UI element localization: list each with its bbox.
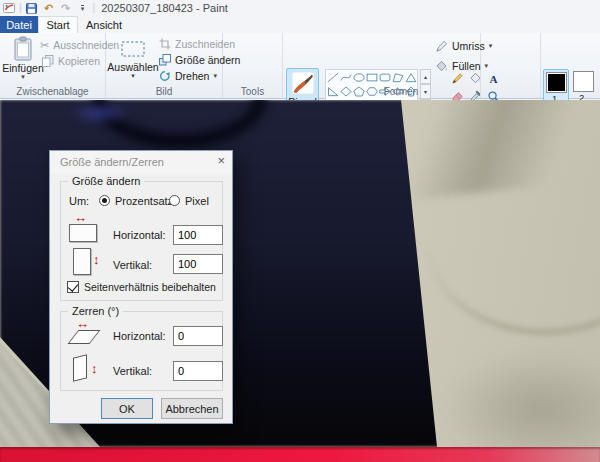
shape-curve[interactable] — [339, 70, 352, 84]
quick-access-toolbar: | ↶ ↷ ▾ | 20250307_180423 - Paint — [0, 0, 600, 16]
rotate-icon — [159, 70, 171, 82]
paint-logo-icon — [2, 2, 16, 15]
chevron-down-icon: ▾ — [21, 74, 25, 80]
fill-bucket-icon — [435, 60, 448, 73]
paint-window: | ↶ ↷ ▾ | 20250307_180423 - Paint Datei … — [0, 0, 600, 462]
fill-label: Füllen — [452, 60, 481, 72]
photo-shadow-blob — [440, 350, 600, 462]
clipboard-icon — [13, 36, 33, 62]
skew-vertical-label: Vertikal: — [113, 365, 152, 377]
group-strichstaerke: Strichstärke ▾ — [481, 33, 541, 98]
group-caption-zwischenablage: Zwischenablage — [0, 86, 105, 97]
copy-button[interactable]: Kopieren — [42, 54, 100, 68]
scissors-icon: ✂ — [40, 39, 49, 52]
window-title: 20250307_180423 - Paint — [101, 2, 228, 14]
save-button[interactable] — [25, 2, 39, 15]
photo-red-strip — [0, 447, 600, 462]
rotate-label: Drehen — [175, 70, 209, 82]
resize-skew-dialog: Größe ändern/Zerren × Größe ändern Um: P… — [49, 150, 233, 424]
redo-button[interactable]: ↷ — [59, 2, 73, 15]
close-icon[interactable]: × — [217, 154, 225, 168]
undo-button[interactable]: ↶ — [42, 2, 56, 15]
keep-ratio-label: Seitenverhältnis beibehalten — [84, 281, 216, 293]
resize-horizontal-input[interactable] — [173, 225, 223, 245]
group-farben: 1. Farbe 2. Farbe — [541, 33, 600, 98]
shape-rectangle[interactable] — [365, 70, 378, 84]
dialog-title: Größe ändern/Zerren — [60, 156, 164, 168]
resize-vertical-label: Vertikal: — [113, 259, 152, 271]
tab-ansicht[interactable]: Ansicht — [78, 16, 130, 33]
tab-datei[interactable]: Datei — [0, 16, 38, 33]
photo-blue-glint — [70, 102, 130, 124]
copy-label: Kopieren — [58, 55, 100, 67]
qat-separator: | — [93, 3, 96, 13]
resize-group: Größe ändern Um: Prozentsatz Pixel ↔ Hor… — [60, 181, 223, 301]
select-button[interactable]: Auswählen ▾ — [112, 38, 154, 79]
resize-horizontal-label: Horizontal: — [113, 229, 166, 241]
vertical-skew-arrow-icon: ↕ — [91, 364, 98, 374]
shape-line[interactable] — [326, 70, 339, 84]
shape-rounded-rectangle[interactable] — [378, 70, 391, 84]
skew-horizontal-label: Horizontal: — [113, 330, 166, 342]
chevron-down-icon: ▾ — [213, 73, 217, 79]
crop-icon — [159, 38, 171, 50]
group-zwischenablage: Einfügen ▾ ✂ Ausschneiden Kopieren Zwisc… — [0, 33, 106, 98]
group-tools: A Tools — [223, 33, 283, 98]
outline-pen-icon — [435, 40, 448, 53]
shape-triangle[interactable] — [404, 70, 417, 84]
resize-vertical-input[interactable] — [173, 254, 223, 274]
paste-button[interactable]: Einfügen ▾ — [6, 36, 40, 80]
check-icon — [68, 281, 78, 292]
horizontal-resize-arrow-icon: ↔ — [74, 213, 87, 223]
color1-swatch — [546, 72, 567, 93]
horizontal-skew-icon — [68, 330, 101, 344]
skew-horizontal-input[interactable] — [173, 326, 223, 346]
brush-icon — [291, 71, 315, 95]
ribbon-tab-bar: Datei Start Ansicht — [0, 16, 600, 33]
chevron-down-icon: ▾ — [131, 73, 135, 79]
group-caption-formen: Formen — [322, 86, 480, 97]
radio-pixel[interactable] — [169, 195, 180, 206]
shape-ellipse[interactable] — [352, 70, 365, 84]
group-caption-tools: Tools — [223, 86, 282, 97]
skew-vertical-input[interactable] — [173, 361, 223, 381]
qat-separator: | — [19, 3, 22, 13]
copy-icon — [42, 55, 54, 67]
qat-customize-button[interactable]: ▾ — [76, 2, 90, 15]
group-caption-bild: Bild — [106, 86, 222, 97]
group-bild: Auswählen ▾ Zuschneiden Größe ändern Dr — [106, 33, 223, 98]
horizontal-skew-arrow-icon: ↔ — [76, 319, 89, 329]
resize-icon — [159, 54, 171, 66]
resize-group-label: Größe ändern — [68, 175, 144, 187]
shapes-scroll-up-button[interactable]: ▴ — [420, 69, 431, 84]
ribbon: Einfügen ▾ ✂ Ausschneiden Kopieren Zwisc… — [0, 33, 600, 99]
vertical-skew-icon — [73, 354, 87, 381]
vertical-resize-icon — [73, 248, 91, 275]
dialog-titlebar[interactable]: Größe ändern/Zerren × — [50, 151, 232, 173]
group-formen: ▴ ▾ ▾ Umriss ▾ Füllen ▾ Formen — [322, 33, 481, 98]
tab-start[interactable]: Start — [38, 16, 78, 33]
outline-label: Umriss — [452, 40, 485, 52]
radio-prozentsatz-label: Prozentsatz — [115, 195, 173, 207]
ok-button[interactable]: OK — [101, 398, 153, 419]
shape-polygon[interactable] — [391, 70, 404, 84]
keep-ratio-checkbox[interactable] — [67, 281, 79, 293]
select-rectangle-icon — [121, 41, 145, 57]
vertical-resize-arrow-icon: ↕ — [93, 255, 100, 265]
radio-prozentsatz[interactable] — [99, 195, 110, 206]
color2-swatch — [573, 71, 594, 92]
cancel-button[interactable]: Abbrechen — [161, 398, 223, 419]
radio-pixel-label: Pixel — [185, 195, 209, 207]
skew-group: Zerren (°) ↔ Horizontal: ↕ Vertikal: — [60, 311, 223, 391]
um-label: Um: — [69, 195, 89, 207]
horizontal-resize-icon — [69, 224, 97, 242]
rotate-button[interactable]: Drehen ▾ — [159, 69, 217, 83]
